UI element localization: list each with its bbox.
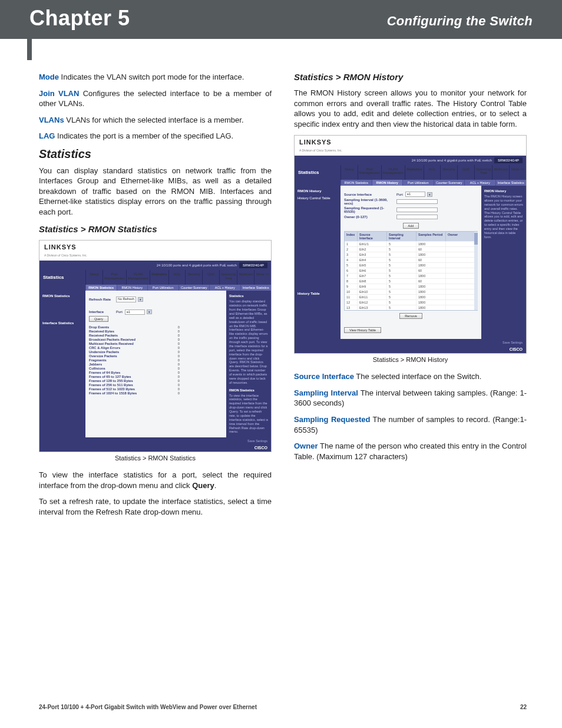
table-row[interactable]: 11Eth1151800 bbox=[345, 294, 477, 299]
subtab[interactable]: RMON History bbox=[117, 285, 148, 291]
side-item: RMON Statistics bbox=[42, 294, 82, 298]
tab-multicast[interactable]: Multicast bbox=[492, 165, 509, 180]
tab-stp[interactable]: Spanning Tree bbox=[474, 165, 492, 180]
tab-vlan-mgmt[interactable]: VLAN Management bbox=[381, 165, 405, 180]
left-column: Mode Indicates the VLAN switch port mode… bbox=[39, 72, 272, 523]
owner-input[interactable] bbox=[396, 215, 438, 219]
statistics-intro: You can display standard statistics on n… bbox=[39, 166, 272, 218]
subtab[interactable]: Counter Summary bbox=[434, 180, 465, 186]
subtab[interactable]: Port Utilization bbox=[147, 285, 178, 291]
query-button[interactable]: Query bbox=[89, 316, 108, 322]
samp-req-label: Sampling Requested (1-65535) bbox=[344, 206, 394, 213]
tab-vlan-mgmt[interactable]: VLAN Management bbox=[126, 270, 150, 285]
tab-more[interactable]: More >> bbox=[254, 270, 271, 285]
src-iface-label: Source Interface bbox=[344, 193, 394, 196]
def-source-interface: Source Interface The selected interface … bbox=[294, 371, 527, 382]
view-history-table-button[interactable]: View History Table bbox=[344, 327, 381, 333]
tab-stp[interactable]: Spanning Tree bbox=[219, 270, 237, 285]
table-row[interactable]: 9Eth951800 bbox=[345, 284, 477, 289]
chevron-down-icon[interactable]: ▾ bbox=[138, 297, 143, 302]
tab-qos[interactable]: QoS bbox=[457, 165, 474, 180]
def-mode: Mode Indicates the VLAN switch port mode… bbox=[39, 72, 272, 83]
right-column: Statistics > RMON History The RMON Histo… bbox=[294, 72, 527, 523]
def-owner: Owner The name of the person who created… bbox=[294, 441, 527, 462]
tab-setup[interactable]: Setup bbox=[85, 270, 103, 285]
tab-statistics[interactable]: Statistics bbox=[405, 165, 424, 180]
table-row[interactable]: 8Eth8560 bbox=[345, 278, 477, 284]
tab-qos[interactable]: QoS bbox=[202, 270, 219, 285]
refresh-label: Refresh Rate bbox=[89, 298, 114, 301]
page-header: Chapter 5 Configuring the Switch bbox=[0, 0, 562, 39]
subtab[interactable]: Interface Statistics bbox=[240, 285, 272, 291]
subtab[interactable]: Interface Statistics bbox=[495, 180, 527, 186]
tab-statistics[interactable]: Statistics bbox=[150, 270, 168, 285]
save-settings-link[interactable]: Save Settings bbox=[247, 439, 267, 443]
figure-caption: Statistics > RMON Statistics bbox=[39, 454, 272, 462]
page-body: Mode Indicates the VLAN switch port mode… bbox=[0, 39, 562, 523]
tab-port-mgmt[interactable]: Port Management bbox=[103, 270, 126, 285]
heading-statistics: Statistics bbox=[39, 147, 272, 161]
subtab[interactable]: RMON Statistics bbox=[85, 285, 117, 291]
subtab[interactable]: ACL + History bbox=[464, 180, 495, 186]
term: VLANs bbox=[39, 116, 64, 124]
table-row[interactable]: 2Eth2560 bbox=[345, 246, 477, 252]
chevron-down-icon[interactable]: ▾ bbox=[147, 309, 152, 314]
table-row[interactable]: 7Eth751800 bbox=[345, 273, 477, 278]
subtab[interactable]: Port Utilization bbox=[402, 180, 434, 186]
def-lag: LAG Indicates the port is a member of th… bbox=[39, 131, 272, 141]
tab-acl[interactable]: ACL bbox=[424, 165, 441, 180]
port-select[interactable]: e1 bbox=[405, 192, 425, 197]
sampling-requested-input[interactable] bbox=[396, 207, 438, 212]
tab-setup[interactable]: Setup bbox=[340, 165, 358, 180]
scrollbar[interactable] bbox=[474, 232, 478, 310]
subtab[interactable]: Counter Summary bbox=[178, 285, 210, 291]
table-row[interactable]: 5Eth551800 bbox=[345, 262, 477, 268]
term: Mode bbox=[39, 73, 59, 81]
samp-int-label: Sampling Interval (1-3600, secs) bbox=[344, 198, 394, 205]
tab-security[interactable]: Security bbox=[185, 270, 202, 285]
remove-button[interactable]: Remove bbox=[399, 313, 422, 319]
save-settings-link[interactable]: Save Settings bbox=[503, 341, 523, 344]
page-footer: 24-Port 10/100 + 4-Port Gigabit Switch w… bbox=[39, 704, 527, 710]
subtab[interactable]: ACL + History bbox=[209, 285, 240, 291]
table-row[interactable]: 4Eth4560 bbox=[345, 257, 477, 262]
side-item: RMON History bbox=[297, 189, 338, 193]
current-section: Statistics bbox=[39, 270, 85, 285]
owner-label: Owner (0-127) bbox=[344, 215, 394, 219]
chevron-down-icon[interactable]: ▾ bbox=[427, 192, 432, 197]
subtab[interactable]: RMON History bbox=[372, 180, 403, 186]
main-tabs: Statistics Setup Port Management VLAN Ma… bbox=[39, 270, 271, 285]
tab-acl[interactable]: ACL bbox=[168, 270, 186, 285]
heading-rmon-history: Statistics > RMON History bbox=[294, 72, 527, 82]
sampling-interval-input[interactable] bbox=[396, 199, 438, 204]
section-title: Configuring the Switch bbox=[387, 14, 533, 29]
add-button[interactable]: Add bbox=[403, 223, 419, 229]
tab-multicast[interactable]: Multicast bbox=[237, 270, 254, 285]
stats-grid: Drop Events0Received Bytes0Received Pack… bbox=[89, 325, 223, 395]
table-row[interactable]: 13Eth1351800 bbox=[345, 305, 477, 310]
side-item: History Table bbox=[297, 292, 338, 295]
model-badge: SRW224G4P bbox=[239, 262, 267, 268]
cisco-logo: CISCO bbox=[510, 347, 523, 351]
def-sampling-requested: Sampling Requested The number of samples… bbox=[294, 414, 527, 435]
term: Join VLAN bbox=[39, 89, 79, 98]
tab-security[interactable]: Security bbox=[440, 165, 457, 180]
footer-product: 24-Port 10/100 + 4-Port Gigabit Switch w… bbox=[39, 704, 257, 710]
table-row[interactable]: 10Eth1051800 bbox=[345, 289, 477, 294]
tab-port-mgmt[interactable]: Port Management bbox=[358, 165, 381, 180]
table-row[interactable]: 3Eth351800 bbox=[345, 252, 477, 257]
def-vlans: VLANs VLANs for which the selected inter… bbox=[39, 115, 272, 126]
refresh-rate-select[interactable]: No Refresh bbox=[116, 297, 136, 302]
brand-logo: LINKSYSA Division of Cisco Systems, Inc. bbox=[39, 241, 271, 261]
tab-more[interactable]: More >> bbox=[509, 165, 526, 180]
table-row[interactable]: 1Eth1/151800 bbox=[345, 241, 477, 246]
cisco-logo: CISCO bbox=[254, 446, 267, 450]
interface-label: Interface bbox=[89, 310, 114, 314]
interface-select[interactable]: e1 bbox=[125, 309, 145, 315]
subtab[interactable]: RMON Statistics bbox=[340, 180, 372, 186]
table-row[interactable]: 12Eth1251800 bbox=[345, 299, 477, 305]
side-item: History Control Table bbox=[297, 196, 338, 200]
brand-logo: LINKSYSA Division of Cisco Systems, Inc. bbox=[295, 136, 526, 156]
history-control-table: Index Source Interface Sampling Interval… bbox=[344, 231, 478, 311]
table-row[interactable]: 6Eth6560 bbox=[345, 268, 477, 273]
